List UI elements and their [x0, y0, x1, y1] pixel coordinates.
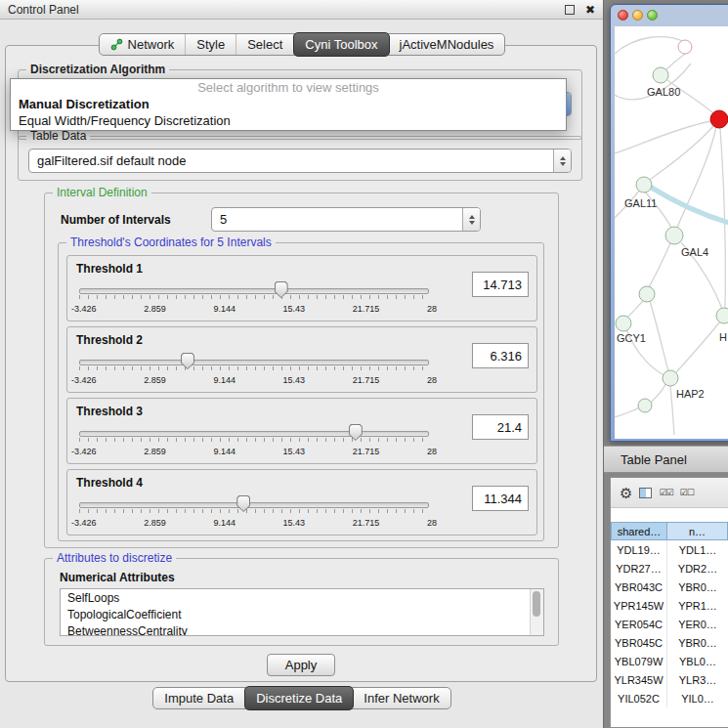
cyni-toolbox-panel: Discretization Algorithm Select algorith…	[5, 45, 597, 682]
network-edge[interactable]	[615, 121, 710, 153]
network-node[interactable]	[636, 177, 652, 193]
tab-label: Select	[247, 37, 282, 52]
table-row[interactable]: YDL19…YDL1…	[611, 540, 728, 559]
close-window-button[interactable]: ✖	[585, 4, 595, 16]
table-row[interactable]: YDR27…YDR2…	[611, 559, 728, 578]
threshold-slider[interactable]	[79, 495, 429, 513]
combobox-stepper-icon[interactable]	[553, 150, 571, 172]
attribute-list-item[interactable]: BetweennessCentrality	[61, 622, 543, 636]
table-data-combobox[interactable]: galFiltered.sif default node	[28, 149, 572, 173]
network-node[interactable]	[663, 370, 678, 386]
threshold-value-field[interactable]: 11.344	[472, 486, 529, 511]
column-header-name[interactable]: n…	[667, 522, 728, 540]
attribute-list-item[interactable]: SelfLoops	[61, 589, 543, 606]
threshold-2-panel: Threshold 2 -3.4262.8599.14415.4321.7152…	[66, 326, 537, 393]
network-edge[interactable]	[664, 54, 685, 71]
network-node[interactable]	[716, 308, 728, 323]
threshold-slider[interactable]	[79, 281, 429, 299]
tab-label: Network	[128, 37, 175, 52]
attributes-list-scrollbar[interactable]	[530, 589, 543, 635]
mac-zoom-button[interactable]	[647, 10, 658, 21]
network-edge[interactable]	[626, 301, 643, 318]
tab-jactivemnodules[interactable]: jActiveMNodules	[389, 34, 505, 55]
slider-track[interactable]	[79, 360, 429, 365]
network-node[interactable]	[665, 227, 683, 244]
dropdown-option-manual-discretization[interactable]: Manual Discretization	[11, 96, 566, 112]
network-node[interactable]	[616, 316, 631, 331]
table-data-combobox-value: galFiltered.sif default node	[29, 153, 553, 168]
select-all-columns-icon[interactable]: ☑☑	[659, 489, 672, 497]
mac-minimize-button[interactable]	[632, 10, 643, 21]
network-edge[interactable]	[615, 37, 685, 54]
threshold-slider[interactable]	[79, 424, 429, 442]
tab-cyni-toolbox[interactable]: Cyni Toolbox	[293, 32, 389, 57]
table-toolbar: ⚙ ☑☑ ☑☐	[611, 478, 728, 508]
network-edge[interactable]	[649, 243, 670, 287]
table-row[interactable]: YPR145WYPR1…	[611, 596, 728, 615]
network-edge[interactable]	[651, 384, 665, 403]
threshold-value-field[interactable]: 21.4	[472, 414, 529, 440]
network-node-selected-red[interactable]	[710, 110, 728, 128]
scrollbar-thumb[interactable]	[533, 591, 540, 617]
table-row[interactable]: YLR345WYLR3…	[611, 670, 728, 689]
network-edge[interactable]	[670, 386, 674, 435]
threshold-value-field[interactable]: 6.316	[472, 343, 529, 368]
table-row[interactable]: YBL079WYBL0…	[611, 652, 728, 670]
dropdown-option-equal-width[interactable]: Equal Width/Frequency Discretization	[11, 112, 566, 129]
table-cell: YDR27…	[611, 559, 667, 578]
network-tab-icon	[110, 38, 123, 51]
combobox-stepper-icon[interactable]	[462, 208, 480, 231]
tab-style[interactable]: Style	[186, 34, 236, 55]
network-canvas[interactable]: GAL80GAL11GAL4GCY1HHAP2	[615, 26, 728, 439]
tab-label: Style	[196, 37, 225, 52]
slider-track[interactable]	[79, 502, 429, 508]
apply-button[interactable]: Apply	[267, 654, 336, 676]
gear-icon[interactable]: ⚙	[620, 486, 632, 500]
table-row[interactable]: YBR043CYBR0…	[611, 578, 728, 596]
threshold-value-field[interactable]: 14.713	[472, 272, 529, 297]
tab-network[interactable]: Network	[100, 34, 187, 55]
slider-track[interactable]	[79, 288, 429, 294]
table-cell: YBR0…	[667, 578, 728, 596]
number-of-intervals-combobox[interactable]: 5	[211, 207, 481, 232]
table-row[interactable]: YIL052CYIL0…	[611, 689, 728, 707]
slider-axis-labels: -3.4262.8599.14415.4321.71528	[71, 304, 437, 314]
mac-close-button[interactable]	[618, 10, 628, 21]
attributes-list[interactable]: SelfLoopsTopologicalCoefficientBetweenne…	[60, 588, 544, 636]
table-cell: YBL0…	[667, 652, 728, 670]
attribute-list-item[interactable]: TopologicalCoefficient	[61, 606, 543, 622]
columns-icon[interactable]	[639, 488, 652, 498]
network-graph-svg[interactable]: GAL80GAL11GAL4GCY1HHAP2	[615, 26, 728, 439]
column-header-shared-name[interactable]: shared…	[611, 522, 667, 540]
algorithm-dropdown-popup: Select algorithm to view settings Manual…	[10, 78, 567, 131]
interval-definition-group-title: Interval Definition	[53, 186, 151, 199]
select-columns-icon[interactable]: ☑☐	[680, 489, 694, 497]
table-window: ⚙ ☑☑ ☑☐ shared… n… YDL19…YDL1…YDR27…YDR2…	[610, 477, 728, 728]
tab-impute-data[interactable]: Impute Data	[153, 688, 245, 708]
float-window-button[interactable]	[565, 5, 575, 15]
table-row[interactable]: YBR045CYBR0…	[611, 633, 728, 652]
network-node-label: GAL4	[681, 246, 708, 258]
dropdown-placeholder-item[interactable]: Select algorithm to view settings	[11, 80, 566, 96]
network-edge[interactable]	[650, 126, 713, 180]
axis-tick-label: 9.144	[213, 447, 236, 456]
table-row[interactable]: YER054CYER0…	[611, 615, 728, 633]
table-cell: YPR1…	[667, 596, 728, 615]
slider-track[interactable]	[79, 431, 429, 437]
tab-discretize-data[interactable]: Discretize Data	[244, 686, 354, 710]
tab-label: Cyni Toolbox	[305, 37, 377, 52]
network-node[interactable]	[639, 286, 655, 302]
network-node[interactable]	[638, 399, 652, 412]
network-edge[interactable]	[676, 321, 720, 372]
network-node[interactable]	[653, 67, 668, 83]
tab-select[interactable]: Select	[236, 34, 294, 55]
tab-infer-network[interactable]: Infer Network	[353, 688, 450, 708]
table-data-group-title: Table Data	[26, 129, 90, 143]
network-edge[interactable]	[615, 407, 639, 417]
tab-label: Infer Network	[364, 691, 439, 706]
network-edge[interactable]	[650, 187, 728, 223]
network-node[interactable]	[678, 40, 692, 54]
threshold-slider[interactable]	[79, 353, 429, 370]
slider-axis-labels: -3.4262.8599.14415.4321.71528	[71, 375, 437, 385]
network-edge[interactable]	[650, 301, 668, 371]
